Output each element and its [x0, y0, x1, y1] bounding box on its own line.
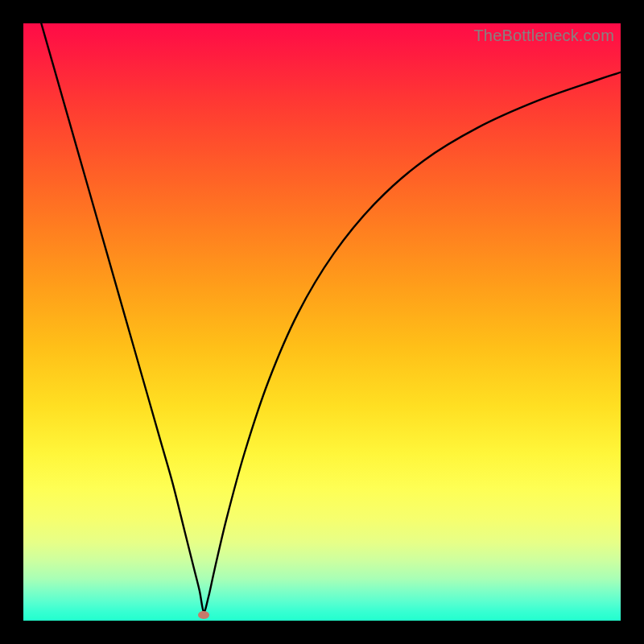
plot-area: TheBottleneck.com [23, 23, 621, 621]
curve-layer [23, 23, 621, 621]
optimum-marker [198, 611, 209, 619]
bottleneck-curve [41, 23, 621, 612]
chart-frame: TheBottleneck.com [0, 0, 644, 644]
watermark-text: TheBottleneck.com [473, 27, 614, 45]
